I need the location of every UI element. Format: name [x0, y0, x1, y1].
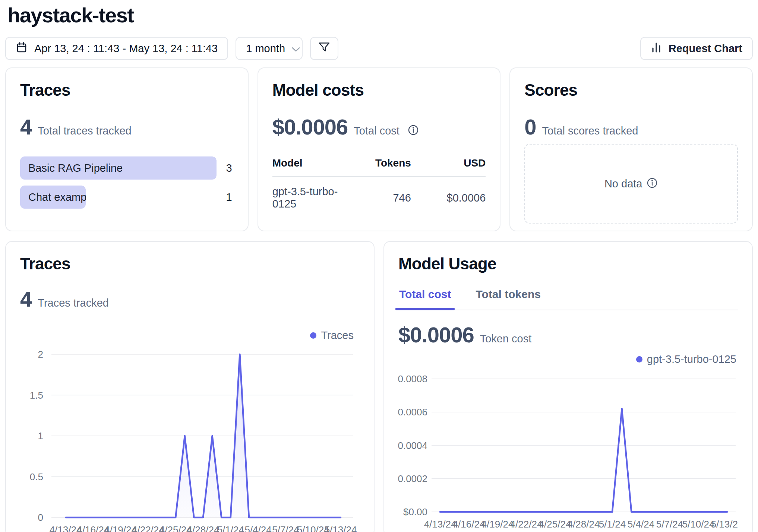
total-cost-label: Total cost: [354, 125, 399, 137]
card-scores: Scores 0 Total scores tracked No data: [509, 67, 753, 231]
traces-bar-list: Basic RAG Pipeline3Chat example1: [20, 156, 234, 209]
date-range-label: Apr 13, 24 : 11:43 - May 13, 24 : 11:43: [34, 42, 218, 55]
model-costs-title: Model costs: [272, 81, 486, 99]
svg-text:$0.0004: $0.0004: [398, 440, 427, 451]
svg-text:4/22/24: 4/22/24: [510, 519, 543, 530]
trace-bar-row: Basic RAG Pipeline3: [20, 156, 234, 180]
scores-total: 0: [524, 114, 536, 139]
svg-text:5/1/24: 5/1/24: [217, 524, 244, 532]
request-chart-button[interactable]: Request Chart: [640, 37, 753, 60]
token-cost-label: Token cost: [480, 333, 532, 345]
traces-tracked-label: Traces tracked: [38, 297, 109, 309]
traces-total-label: Total traces tracked: [38, 125, 131, 137]
svg-text:5/13/24: 5/13/24: [325, 524, 357, 532]
scores-total-label: Total scores tracked: [542, 125, 638, 137]
cost-table-header: Model: [272, 157, 358, 176]
filter-icon: [318, 42, 330, 56]
model-cost-cell: 746: [358, 176, 411, 210]
model-cost-row: gpt-3.5-turbo-0125746$0.0006: [272, 176, 486, 210]
card-traces: Traces 4 Total traces tracked Basic RAG …: [5, 67, 249, 231]
request-chart-label: Request Chart: [669, 42, 742, 55]
trace-bar[interactable]: Basic RAG Pipeline: [20, 156, 217, 180]
card-model-costs: Model costs $0.0006 Total cost ModelToke…: [258, 67, 501, 231]
svg-text:$0.0008: $0.0008: [398, 373, 427, 384]
model-cost-cell: $0.0006: [411, 176, 486, 210]
info-icon[interactable]: [647, 177, 658, 191]
traces-tracked-value: 4: [20, 286, 32, 311]
date-range-button[interactable]: Apr 13, 24 : 11:43 - May 13, 24 : 11:43: [5, 37, 228, 60]
info-icon[interactable]: [408, 124, 419, 137]
card-traces-chart: Traces 4 Traces tracked Traces 00.511.52…: [5, 241, 375, 532]
model-usage-tabs: Total costTotal tokens: [398, 288, 738, 310]
card-model-usage: Model Usage Total costTotal tokens $0.00…: [383, 241, 753, 532]
tab-total-cost[interactable]: Total cost: [398, 288, 452, 310]
svg-text:4/19/24: 4/19/24: [481, 519, 514, 530]
cost-table-header: Tokens: [358, 157, 411, 176]
svg-text:2: 2: [38, 349, 43, 360]
usage-legend: gpt-3.5-turbo-0125: [398, 353, 738, 365]
token-cost-value: $0.0006: [398, 322, 474, 347]
svg-text:4/16/24: 4/16/24: [453, 519, 485, 530]
toolbar: Apr 13, 24 : 11:43 - May 13, 24 : 11:43 …: [5, 37, 753, 60]
trace-bar-count: 1: [226, 191, 234, 203]
chevron-down-icon: [292, 42, 300, 55]
cost-table-header: USD: [411, 157, 486, 176]
svg-text:5/7/24: 5/7/24: [656, 519, 683, 530]
model-usage-title: Model Usage: [398, 254, 738, 273]
scores-empty-box: No data: [524, 144, 738, 224]
svg-text:5/4/24: 5/4/24: [628, 519, 654, 530]
calendar-icon: [16, 41, 28, 56]
svg-text:$0.0002: $0.0002: [398, 473, 427, 484]
trace-bar-row: Chat example1: [20, 186, 234, 209]
bar-chart-icon: [651, 42, 662, 56]
svg-text:5/7/24: 5/7/24: [272, 524, 299, 532]
model-usage-chart-svg[interactable]: $0.00$0.0002$0.0004$0.0006$0.00084/13/24…: [398, 368, 738, 532]
traces-total: 4: [20, 114, 32, 139]
trace-bar-count: 3: [226, 162, 234, 174]
svg-text:5/13/24: 5/13/24: [711, 519, 738, 530]
trace-bar[interactable]: Chat example: [20, 186, 86, 209]
svg-text:1.5: 1.5: [30, 390, 43, 401]
model-cost-table: ModelTokensUSD gpt-3.5-turbo-0125746$0.0…: [272, 157, 486, 210]
svg-text:5/10/24: 5/10/24: [682, 519, 715, 530]
svg-text:0.5: 0.5: [30, 471, 43, 482]
svg-text:$0.00: $0.00: [403, 506, 427, 517]
svg-text:4/28/24: 4/28/24: [568, 519, 600, 530]
traces-chart-svg[interactable]: 00.511.524/13/244/16/244/19/244/22/244/2…: [20, 345, 360, 532]
svg-text:1: 1: [38, 430, 43, 441]
traces-legend-label: Traces: [321, 329, 354, 342]
svg-text:5/4/24: 5/4/24: [244, 524, 271, 532]
svg-text:4/25/24: 4/25/24: [539, 519, 571, 530]
traces-legend: Traces: [20, 329, 360, 342]
no-data-label: No data: [604, 178, 642, 190]
traces-chart-title: Traces: [20, 254, 360, 273]
scores-card-title: Scores: [524, 81, 738, 99]
traces-card-title: Traces: [20, 81, 234, 99]
period-value: 1 month: [246, 42, 285, 55]
legend-dot: [310, 332, 316, 339]
page-title: haystack-test: [7, 3, 753, 27]
svg-text:5/1/24: 5/1/24: [599, 519, 626, 530]
svg-text:4/13/24: 4/13/24: [424, 519, 457, 530]
tab-total-tokens[interactable]: Total tokens: [475, 288, 541, 310]
legend-dot: [636, 356, 642, 362]
filter-button[interactable]: [310, 37, 338, 60]
usage-legend-label: gpt-3.5-turbo-0125: [647, 353, 736, 365]
model-cost-cell: gpt-3.5-turbo-0125: [272, 176, 358, 210]
svg-text:4/28/24: 4/28/24: [187, 524, 219, 532]
total-cost-value: $0.0006: [272, 114, 348, 139]
svg-text:0: 0: [38, 512, 43, 523]
period-select[interactable]: 1 month: [236, 37, 303, 60]
svg-text:$0.0006: $0.0006: [398, 406, 427, 418]
